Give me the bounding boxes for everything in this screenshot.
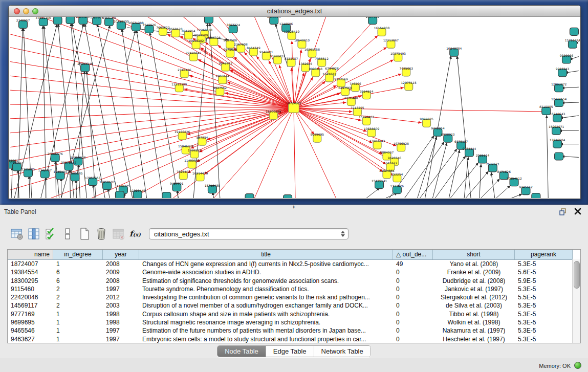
citation-edge-black[interactable] (93, 184, 94, 198)
citation-edge-black[interactable] (56, 160, 56, 198)
table-row[interactable]: 1456911722003Disruption of a novel membe… (8, 301, 580, 310)
citation-edge-red[interactable] (10, 108, 294, 119)
citation-edge-black[interactable] (432, 143, 447, 198)
table-row[interactable]: 977716911998Corpus callosum shape and si… (8, 310, 580, 318)
graph-node-label: 9329966 (560, 54, 574, 57)
citation-edge-black[interactable] (127, 30, 136, 62)
tab-node-table[interactable]: Node Table (217, 346, 266, 357)
cell-name: 9777169 (8, 310, 53, 318)
citation-edge-black[interactable] (560, 116, 579, 118)
table-row[interactable]: 946554611997Estimation of the future num… (8, 326, 580, 335)
graph-node[interactable] (162, 192, 171, 198)
citation-edge-black[interactable] (480, 164, 481, 198)
row-height-icon[interactable] (60, 226, 75, 242)
column-header-title[interactable]: title (139, 250, 393, 259)
table-row[interactable]: 969969511998Structural magnetic resonanc… (8, 318, 580, 326)
citation-edge-black[interactable] (491, 172, 495, 198)
citation-edge-red[interactable] (214, 108, 294, 198)
table-scrollbar[interactable] (572, 259, 580, 343)
float-panel-icon[interactable] (559, 208, 568, 216)
column-header-name[interactable]: name (8, 250, 53, 259)
table-row[interactable]: 2242004622012Investigating the contribut… (8, 293, 580, 301)
column-header-short[interactable]: short (433, 250, 515, 259)
tab-network-table[interactable]: Network Table (314, 346, 371, 357)
table-scrollbar-thumb[interactable] (574, 261, 580, 289)
table-row[interactable]: 911546021997Tourette syndrome. Phenomeno… (8, 285, 580, 293)
table-settings-icon[interactable] (9, 226, 25, 242)
citation-edge-black[interactable] (561, 156, 579, 157)
citation-edge-black[interactable] (405, 142, 445, 198)
window-titlebar[interactable]: citations_edges.txt (9, 6, 580, 17)
citation-edge-red[interactable] (292, 41, 294, 108)
citation-edge-black[interactable] (559, 130, 579, 131)
table-row[interactable]: 1872400712008Changes of HCN gene express… (8, 260, 580, 268)
function-builder-icon[interactable]: f(x) (129, 229, 141, 238)
memory-status-indicator[interactable] (574, 362, 581, 369)
citation-edge-black[interactable] (29, 176, 30, 198)
column-header-out_de[interactable]: △ out_de... (393, 250, 433, 259)
graph-node[interactable] (115, 191, 124, 198)
graph-node[interactable] (555, 152, 563, 160)
citation-edge-black[interactable] (512, 194, 522, 198)
delete-entries-icon[interactable] (94, 226, 109, 242)
citation-edge-black[interactable] (366, 188, 380, 198)
citation-edge-black[interactable] (11, 167, 12, 198)
citation-edge-black[interactable] (150, 32, 179, 198)
citation-edge-red[interactable] (10, 104, 294, 108)
table-row[interactable]: 946362711997Embryonic stem cells: a mode… (8, 335, 580, 343)
cell-year: 1998 (103, 310, 139, 318)
tab-edge-table[interactable]: Edge Table (266, 346, 314, 357)
citation-edge-black[interactable] (496, 185, 511, 198)
citation-edge-black[interactable] (97, 24, 133, 198)
citation-edge-red[interactable] (254, 108, 294, 198)
table-selector-dropdown[interactable]: citations_edges.txt (149, 228, 349, 239)
citation-edge-black[interactable] (561, 102, 579, 103)
citation-edge-black[interactable] (481, 179, 500, 198)
citation-edge-black[interactable] (547, 115, 548, 198)
graph-node[interactable] (53, 17, 62, 24)
column-header-year[interactable]: year (103, 250, 139, 259)
graph-node-label: 9884067 (380, 150, 394, 154)
graph-node[interactable] (204, 17, 213, 23)
citation-edge-red[interactable] (244, 52, 294, 108)
citation-edge-black[interactable] (78, 164, 80, 198)
cell-out_de: 0 (393, 318, 433, 326)
cell-in_degree: 2 (53, 301, 103, 310)
citation-edge-black[interactable] (457, 56, 471, 198)
citation-network-graph[interactable]: 2340557376914061085328715276026466160107… (9, 17, 580, 198)
citation-edge-red[interactable] (197, 108, 294, 162)
graph-node-label: 7955812 (315, 57, 329, 60)
table-row[interactable]: 1830029562008Estimation of significance … (8, 277, 580, 285)
citation-edge-black[interactable] (14, 24, 57, 198)
citation-edge-black[interactable] (464, 157, 468, 198)
column-header-pagerank[interactable]: pagerank (515, 250, 573, 259)
table-row[interactable]: 1938455462009Genome-wide association stu… (8, 268, 580, 276)
graph-node-label: 8322057 (285, 57, 298, 60)
citation-edge-black[interactable] (76, 180, 76, 198)
new-table-icon[interactable] (77, 226, 92, 242)
citation-edge-red[interactable] (294, 108, 295, 198)
citation-edge-black[interactable] (122, 29, 147, 198)
node-table[interactable]: namein_degreeyeartitle△ out_de...shortpa… (7, 249, 581, 343)
graph-node-label: 16961758 (304, 48, 320, 51)
citation-edge-red[interactable] (294, 108, 545, 112)
citation-edge-black[interactable] (420, 149, 458, 198)
citation-edge-red[interactable] (204, 108, 294, 174)
graph-node[interactable] (66, 17, 75, 24)
citation-edge-black[interactable] (561, 87, 579, 88)
graph-node[interactable] (570, 28, 578, 35)
network-canvas[interactable]: 2340557376914061085328715276026466160107… (9, 17, 580, 198)
citation-edge-black[interactable] (450, 162, 478, 198)
graph-node[interactable] (284, 195, 292, 198)
citation-edge-red[interactable] (10, 108, 294, 176)
citation-edge-red[interactable] (10, 62, 294, 108)
select-rows-icon[interactable] (43, 226, 58, 242)
show-columns-icon[interactable] (26, 226, 41, 242)
citation-edge-black[interactable] (18, 28, 23, 198)
table-body[interactable]: 1872400712008Changes of HCN gene express… (8, 260, 580, 343)
citation-edge-black[interactable] (137, 30, 163, 198)
graph-node[interactable] (245, 194, 254, 198)
graph-node[interactable] (532, 193, 540, 198)
column-header-in_degree[interactable]: in_degree (53, 250, 103, 259)
close-panel-icon[interactable] (574, 207, 582, 215)
